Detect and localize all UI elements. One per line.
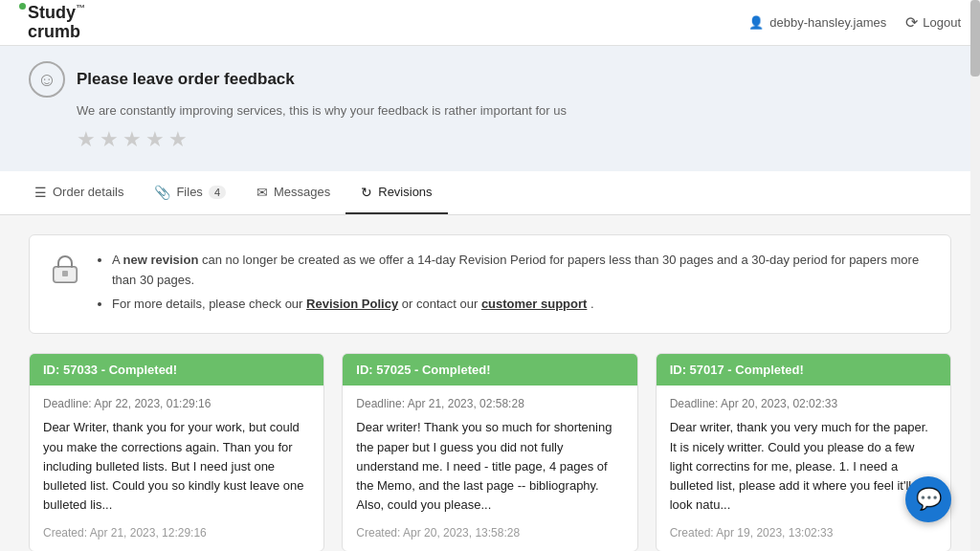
card-header-57033: ID: 57033 - Completed! xyxy=(30,354,323,386)
username-label: debby-hansley.james xyxy=(769,15,886,30)
files-badge: 4 xyxy=(209,186,226,199)
main-content: A new revision can no longer be created … xyxy=(0,215,980,551)
svg-rect-2 xyxy=(62,271,68,276)
tab-files[interactable]: 📎 Files 4 xyxy=(139,171,241,214)
star-4[interactable]: ★ xyxy=(145,127,165,152)
tab-revisions-label: Revisions xyxy=(378,185,432,199)
card-header-57025: ID: 57025 - Completed! xyxy=(343,354,636,386)
star-2[interactable]: ★ xyxy=(100,127,119,152)
card-created-57017: Created: Apr 19, 2023, 13:02:33 xyxy=(670,526,937,540)
logo[interactable]: Study™ crumb xyxy=(19,3,85,42)
feedback-smiley-icon: ☺ xyxy=(29,61,65,98)
card-deadline-57033: Deadline: Apr 22, 2023, 01:29:16 xyxy=(43,397,310,410)
logout-button[interactable]: ⟳ Logout xyxy=(905,13,961,32)
nav-right: 👤 debby-hansley.james ⟳ Logout xyxy=(748,13,961,32)
revision-card-57025[interactable]: ID: 57025 - Completed! Deadline: Apr 21,… xyxy=(342,353,637,551)
messages-icon: ✉ xyxy=(256,185,268,200)
revisions-icon: ↻ xyxy=(361,185,372,200)
info-bullet1-bold: new revision xyxy=(123,253,199,267)
card-body-57025: Deadline: Apr 21, 2023, 02:58:28 Dear wr… xyxy=(343,386,636,551)
tab-revisions[interactable]: ↻ Revisions xyxy=(345,171,447,214)
feedback-title: Please leave order feedback xyxy=(77,70,295,89)
order-details-icon: ☰ xyxy=(34,185,47,200)
customer-support-link[interactable]: customer support xyxy=(481,297,588,311)
star-1[interactable]: ★ xyxy=(77,127,96,152)
feedback-subtitle: We are constantly improving services, th… xyxy=(77,103,951,118)
tab-order-details-label: Order details xyxy=(53,185,123,199)
feedback-header: ☺ Please leave order feedback xyxy=(29,61,951,98)
chat-fab-icon: 💬 xyxy=(916,487,942,512)
revision-card-57017[interactable]: ID: 57017 - Completed! Deadline: Apr 20,… xyxy=(656,353,951,551)
star-rating[interactable]: ★ ★ ★ ★ ★ xyxy=(77,127,951,152)
user-icon: 👤 xyxy=(748,15,764,30)
logo-dot xyxy=(19,3,26,10)
info-text: A new revision can no longer be created … xyxy=(95,251,931,318)
logo-text: Study™ crumb xyxy=(28,3,85,42)
chat-fab-button[interactable]: 💬 xyxy=(905,476,951,522)
top-navigation: Study™ crumb 👤 debby-hansley.james ⟳ Log… xyxy=(0,0,980,46)
revision-card-57033[interactable]: ID: 57033 - Completed! Deadline: Apr 22,… xyxy=(29,353,324,551)
nav-user: 👤 debby-hansley.james xyxy=(748,15,886,30)
card-created-57033: Created: Apr 21, 2023, 12:29:16 xyxy=(43,526,310,540)
card-deadline-57025: Deadline: Apr 21, 2023, 02:58:28 xyxy=(356,397,623,410)
info-box: A new revision can no longer be created … xyxy=(29,234,951,334)
card-body-57017: Deadline: Apr 20, 2023, 02:02:33 Dear wr… xyxy=(657,386,950,551)
info-bullet1-post: can no longer be created as we offer a 1… xyxy=(112,253,919,287)
files-icon: 📎 xyxy=(154,185,170,200)
revision-policy-link[interactable]: Revision Policy xyxy=(306,297,398,311)
info-bullet2-mid: or contact our xyxy=(402,297,481,311)
card-text-57025: Dear writer! Thank you so much for short… xyxy=(356,418,623,515)
tab-messages[interactable]: ✉ Messages xyxy=(241,171,345,214)
star-3[interactable]: ★ xyxy=(122,127,142,152)
lock-icon xyxy=(49,253,81,292)
scrollbar-thumb[interactable] xyxy=(970,0,980,77)
card-created-57025: Created: Apr 20, 2023, 13:58:28 xyxy=(356,526,623,540)
card-text-57033: Dear Writer, thank you for your work, bu… xyxy=(43,418,310,515)
card-body-57033: Deadline: Apr 22, 2023, 01:29:16 Dear Wr… xyxy=(30,386,323,551)
card-text-57017: Dear writer, thank you very much for the… xyxy=(670,418,937,515)
tab-messages-label: Messages xyxy=(274,185,330,199)
tab-order-details[interactable]: ☰ Order details xyxy=(19,171,139,214)
info-bullet2-post: . xyxy=(590,297,594,311)
info-bullet1-pre: A xyxy=(112,253,123,267)
tab-files-label: Files xyxy=(176,185,202,199)
card-header-57017: ID: 57017 - Completed! xyxy=(657,354,950,386)
logout-icon: ⟳ xyxy=(905,13,918,32)
tabs-bar: ☰ Order details 📎 Files 4 ✉ Messages ↻ R… xyxy=(0,171,980,215)
info-bullet2-pre: For more details, please check our xyxy=(112,297,306,311)
scrollbar-track[interactable] xyxy=(970,0,980,551)
logout-label: Logout xyxy=(923,15,961,30)
star-5[interactable]: ★ xyxy=(168,127,188,152)
cards-row: ID: 57033 - Completed! Deadline: Apr 22,… xyxy=(29,353,951,551)
card-deadline-57017: Deadline: Apr 20, 2023, 02:02:33 xyxy=(670,397,937,410)
feedback-section: ☺ Please leave order feedback We are con… xyxy=(0,46,980,171)
